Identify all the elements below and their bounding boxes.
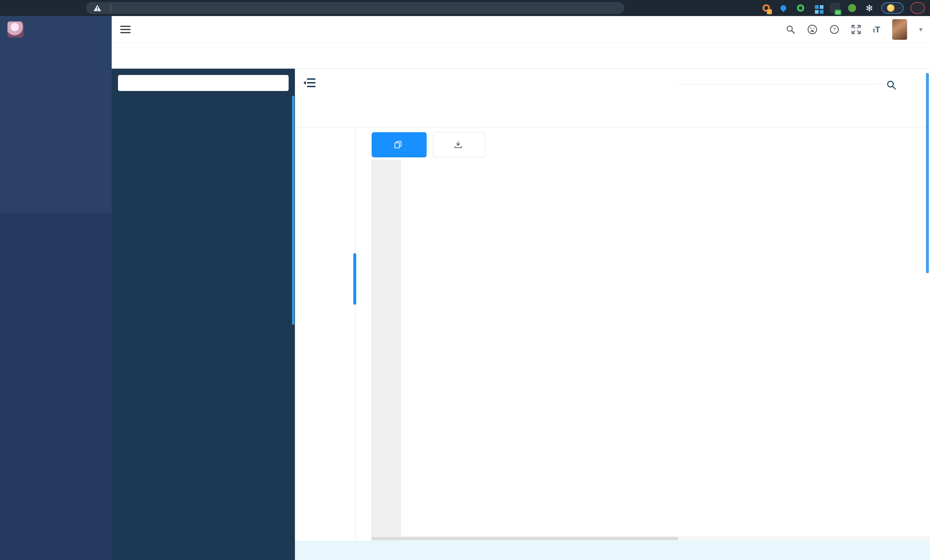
address-bar[interactable] [86,2,624,14]
camera-extension-icon[interactable]: 1 [761,3,771,13]
code-editor[interactable] [371,160,930,541]
pin-extension-icon[interactable] [778,3,788,13]
green-monkey-extension-icon[interactable] [847,3,857,13]
header-actions: ? tT ▾ [786,19,922,40]
sidebar-menu [0,43,112,52]
flower-extension-icon[interactable]: ✻ [864,3,875,13]
copy-button[interactable] [372,132,427,157]
swagger-sidebar [112,69,295,560]
doc-menu-divider [355,127,356,541]
swagger-menu [112,97,292,560]
fullscreen-icon[interactable] [851,25,861,34]
screenshot-root: 1 cn ✻ [0,0,930,560]
active-menu-indicator [353,253,356,305]
logo-image [8,21,23,37]
license-footer [295,541,930,560]
download-button[interactable] [433,132,485,157]
tags-view-bar [112,43,930,69]
cn-translate-extension-icon[interactable]: cn [830,3,840,13]
browser-chrome: 1 cn ✻ [0,0,930,16]
horizontal-scrollbar-thumb[interactable] [371,537,679,540]
grid-extension-icon[interactable] [813,3,823,13]
collapse-menu-icon[interactable] [303,78,316,88]
search-icon[interactable] [887,80,896,90]
avatar[interactable] [892,19,907,40]
search-icon[interactable] [786,25,795,34]
document-tab-strip [295,99,930,127]
doc-search-input[interactable] [678,78,878,85]
group-select[interactable] [118,75,289,91]
browser-update-button[interactable] [910,2,925,14]
swagger-scrollbar-thumb[interactable] [292,96,294,325]
copy-icon [394,141,403,149]
page-scrollbar-thumb[interactable] [926,73,929,273]
app-logo[interactable] [0,16,112,43]
green-circle-extension-icon[interactable] [795,3,806,13]
left-sidebar [0,16,112,560]
horizontal-scrollbar[interactable] [371,536,930,541]
sidebar-submenu [0,213,112,560]
content-header [295,69,930,99]
github-icon[interactable] [807,24,818,35]
font-size-icon[interactable]: tT [873,25,880,34]
warning-icon [93,4,102,12]
address-divider [111,4,111,12]
svg-text:?: ? [833,27,836,32]
chevron-down-icon[interactable]: ▾ [919,26,922,34]
emoji-face-icon [887,4,895,12]
hamburger-icon[interactable] [120,25,131,34]
paused-extension-button[interactable] [881,2,904,14]
doc-side-menu [295,127,355,541]
help-icon[interactable]: ? [830,25,839,34]
app-header: ? tT ▾ [112,16,930,43]
download-icon [454,141,462,149]
line-number-gutter [371,160,401,541]
main-content [295,69,930,560]
browser-toolbar-right: 1 cn ✻ [754,2,925,14]
